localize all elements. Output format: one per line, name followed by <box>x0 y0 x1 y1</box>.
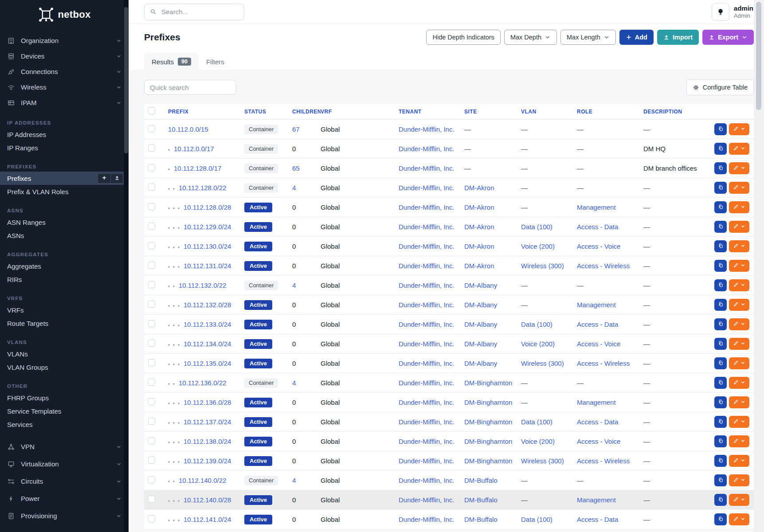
row-checkbox[interactable] <box>148 398 155 405</box>
children-count-link[interactable]: 4 <box>292 184 296 192</box>
column-header-role[interactable]: ROLE <box>577 109 643 115</box>
row-checkbox[interactable] <box>148 340 155 347</box>
sidebar-menu-virtualization[interactable]: Virtualization <box>0 455 129 473</box>
tenant-link[interactable]: Dunder-Mifflin, Inc. <box>399 477 454 484</box>
site-link[interactable]: DM-Akron <box>464 262 494 270</box>
role-link[interactable]: Access - Wireless <box>577 262 630 270</box>
tenant-link[interactable]: Dunder-Mifflin, Inc. <box>399 184 454 192</box>
role-link[interactable]: Access - Wireless <box>577 457 630 465</box>
tenant-link[interactable]: Dunder-Mifflin, Inc. <box>399 340 454 348</box>
row-checkbox[interactable] <box>148 320 155 327</box>
prefix-link[interactable]: 10.112.139.0/24 <box>184 457 231 465</box>
site-link[interactable]: DM-Albany <box>464 301 497 309</box>
quick-search-input[interactable] <box>144 80 236 95</box>
prefix-link[interactable]: 10.112.132.0/22 <box>179 282 226 289</box>
max-depth-dropdown[interactable]: Max Depth <box>504 30 557 45</box>
row-checkbox[interactable] <box>148 418 155 425</box>
site-link[interactable]: DM-Albany <box>464 340 497 348</box>
clone-button[interactable] <box>714 221 727 233</box>
sidebar-add-button[interactable] <box>98 173 110 184</box>
sidebar-menu-vpn[interactable]: VPN <box>0 438 129 455</box>
vlan-link[interactable]: Wireless (300) <box>521 457 564 465</box>
site-link[interactable]: DM-Akron <box>464 243 494 250</box>
user-info[interactable]: admin Admin <box>734 4 753 20</box>
clone-button[interactable] <box>714 435 727 447</box>
edit-split-button[interactable] <box>729 299 749 311</box>
clone-button[interactable] <box>714 357 727 369</box>
max-length-dropdown[interactable]: Max Length <box>560 30 616 45</box>
tenant-link[interactable]: Dunder-Mifflin, Inc. <box>399 360 454 367</box>
edit-split-button[interactable] <box>729 279 749 291</box>
vlan-link[interactable]: Data (100) <box>521 321 552 328</box>
column-header-status[interactable]: STATUS <box>244 109 292 115</box>
row-checkbox[interactable] <box>148 262 155 269</box>
clone-button[interactable] <box>714 143 727 155</box>
prefix-link[interactable]: 10.112.128.0/17 <box>174 164 221 172</box>
sidebar-menu-organization[interactable]: Organization <box>0 33 129 48</box>
vlan-link[interactable]: Data (100) <box>521 516 552 523</box>
row-checkbox[interactable] <box>148 164 155 171</box>
tenant-link[interactable]: Dunder-Mifflin, Inc. <box>399 125 454 133</box>
sidebar-import-button[interactable] <box>110 173 123 184</box>
tenant-link[interactable]: Dunder-Mifflin, Inc. <box>399 301 454 309</box>
edit-split-button[interactable] <box>729 396 749 408</box>
children-count-link[interactable]: 4 <box>292 379 296 387</box>
children-count-link[interactable]: 65 <box>292 164 300 172</box>
row-checkbox[interactable] <box>148 145 155 152</box>
site-link[interactable]: DM-Albany <box>464 282 497 289</box>
site-link[interactable]: DM-Buffalo <box>464 516 498 523</box>
column-header-prefix[interactable]: PREFIX <box>168 109 244 115</box>
prefix-link[interactable]: 10.112.132.0/28 <box>184 301 231 309</box>
edit-split-button[interactable] <box>729 221 749 233</box>
tenant-link[interactable]: Dunder-Mifflin, Inc. <box>399 496 454 504</box>
prefix-link[interactable]: 10.112.134.0/24 <box>184 340 231 348</box>
sidebar-item-ip-ranges[interactable]: IP Ranges <box>0 141 129 154</box>
vlan-link[interactable]: Voice (200) <box>521 340 555 348</box>
sidebar-menu-circuits[interactable]: Circuits <box>0 473 129 490</box>
edit-split-button[interactable] <box>729 455 749 467</box>
sidebar-menu-provisioning[interactable]: Provisioning <box>0 507 129 524</box>
page-scrollbar-thumb[interactable] <box>756 2 761 110</box>
sidebar-item-asns[interactable]: ASNs <box>0 229 129 242</box>
site-link[interactable]: DM-Buffalo <box>464 477 498 484</box>
tenant-link[interactable]: Dunder-Mifflin, Inc. <box>399 203 454 211</box>
role-link[interactable]: Access - Voice <box>577 438 620 445</box>
edit-split-button[interactable] <box>729 201 749 213</box>
clone-button[interactable] <box>714 240 727 252</box>
role-link[interactable]: Access - Voice <box>577 243 620 250</box>
edit-split-button[interactable] <box>729 513 749 525</box>
prefix-link[interactable]: 10.112.140.0/22 <box>179 477 226 484</box>
logo[interactable]: netbox <box>0 2 129 27</box>
sidebar-item-rirs[interactable]: RIRs <box>0 273 129 286</box>
prefix-link[interactable]: 10.112.135.0/24 <box>184 360 231 367</box>
children-count-link[interactable]: 4 <box>292 477 296 484</box>
clone-button[interactable] <box>714 338 727 350</box>
page-scrollbar-track[interactable] <box>754 0 764 532</box>
prefix-link[interactable]: 10.112.128.0/28 <box>184 203 231 211</box>
export-dropdown[interactable]: Export <box>702 30 754 45</box>
edit-split-button[interactable] <box>729 377 749 389</box>
role-link[interactable]: Access - Data <box>577 321 618 328</box>
edit-split-button[interactable] <box>729 143 749 155</box>
tenant-link[interactable]: Dunder-Mifflin, Inc. <box>399 145 454 153</box>
search-input[interactable] <box>161 8 239 16</box>
import-button[interactable]: Import <box>657 30 699 45</box>
theme-toggle-button[interactable] <box>712 3 729 21</box>
sidebar-menu-ipam[interactable]: IPAM <box>0 95 129 110</box>
prefix-link[interactable]: 10.112.138.0/24 <box>184 438 231 445</box>
sidebar-menu-power[interactable]: Power <box>0 490 129 507</box>
role-link[interactable]: Management <box>577 203 616 211</box>
tenant-link[interactable]: Dunder-Mifflin, Inc. <box>399 457 454 465</box>
edit-split-button[interactable] <box>729 474 749 486</box>
sidebar-menu-devices[interactable]: Devices <box>0 48 129 64</box>
site-link[interactable]: DM-Binghamton <box>464 457 512 465</box>
site-link[interactable]: DM-Akron <box>464 203 494 211</box>
clone-button[interactable] <box>714 182 727 194</box>
edit-split-button[interactable] <box>729 318 749 330</box>
edit-split-button[interactable] <box>729 338 749 350</box>
sidebar-scrollbar-track[interactable] <box>124 0 129 532</box>
prefix-link[interactable]: 10.112.129.0/24 <box>184 223 231 231</box>
sidebar-item-aggregates[interactable]: Aggregates <box>0 259 129 273</box>
vlan-link[interactable]: Data (100) <box>521 418 552 426</box>
prefix-link[interactable]: 10.112.0.0/15 <box>168 125 208 133</box>
